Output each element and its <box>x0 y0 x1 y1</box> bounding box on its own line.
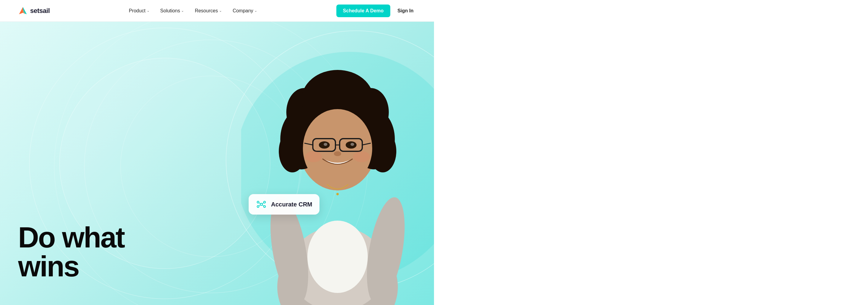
crm-badge: Accurate CRM <box>249 194 319 215</box>
svg-point-33 <box>353 151 370 162</box>
hero-person-image <box>241 40 434 305</box>
svg-point-39 <box>264 201 266 203</box>
svg-point-20 <box>369 130 396 173</box>
nav-solutions-label: Solutions <box>160 8 180 13</box>
crm-molecule-icon <box>256 199 267 210</box>
svg-point-40 <box>257 206 259 207</box>
nav-solutions-chevron: ⌄ <box>181 9 184 13</box>
hero-text: Do what wins <box>18 223 124 281</box>
nav-product[interactable]: Product ⌄ <box>124 6 153 16</box>
svg-line-43 <box>262 203 264 204</box>
hero-heading-line1: Do what <box>18 221 124 253</box>
svg-point-10 <box>307 221 368 293</box>
setsail-logo-icon <box>18 6 28 16</box>
svg-point-41 <box>264 206 266 207</box>
nav-company-chevron: ⌄ <box>254 9 257 13</box>
hero-heading: Do what wins <box>18 223 124 281</box>
hero-section: Accurate CRM Do what wins <box>0 22 434 305</box>
crm-badge-label: Accurate CRM <box>271 201 312 208</box>
nav-company-label: Company <box>233 8 253 13</box>
svg-point-32 <box>305 151 322 162</box>
nav-resources-label: Resources <box>195 8 218 13</box>
nav-links: Product ⌄ Solutions ⌄ Resources ⌄ Compan… <box>124 6 261 16</box>
svg-point-31 <box>334 151 341 156</box>
nav-solutions[interactable]: Solutions ⌄ <box>156 6 188 16</box>
signin-button[interactable]: Sign In <box>395 4 416 17</box>
svg-point-30 <box>350 143 354 146</box>
logo[interactable]: setsail <box>18 6 50 16</box>
svg-marker-1 <box>19 7 23 14</box>
svg-line-44 <box>259 205 260 206</box>
svg-point-29 <box>324 143 327 146</box>
svg-point-38 <box>257 201 259 203</box>
schedule-demo-button[interactable]: Schedule A Demo <box>336 4 390 17</box>
svg-point-34 <box>336 193 339 195</box>
svg-line-42 <box>259 203 260 204</box>
nav-right: Schedule A Demo Sign In <box>336 4 416 17</box>
hero-heading-line2: wins <box>18 250 79 282</box>
nav-resources[interactable]: Resources ⌄ <box>190 6 226 16</box>
nav-company[interactable]: Company ⌄ <box>228 6 261 16</box>
navbar: setsail Product ⌄ Solutions ⌄ Resources … <box>0 0 434 22</box>
nav-product-chevron: ⌄ <box>147 9 150 13</box>
svg-point-19 <box>279 130 306 173</box>
svg-line-45 <box>262 205 264 206</box>
brand-name: setsail <box>30 7 50 15</box>
nav-resources-chevron: ⌄ <box>219 9 222 13</box>
nav-product-label: Product <box>129 8 145 13</box>
